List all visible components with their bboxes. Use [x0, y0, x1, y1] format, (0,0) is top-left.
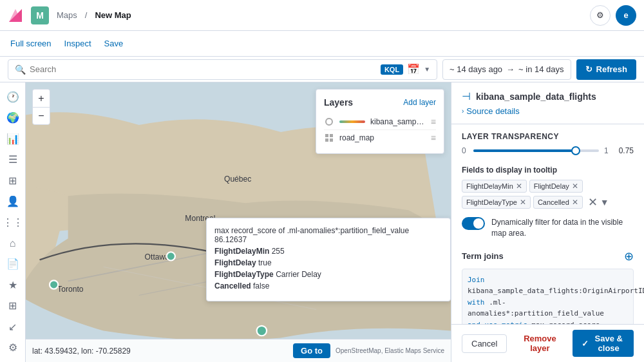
transparency-min: 0 — [462, 146, 468, 155]
search-input[interactable] — [30, 64, 377, 74]
dynamic-filter-toggle[interactable] — [462, 217, 485, 230]
nav-maps[interactable]: Maps — [57, 10, 77, 20]
field-tag-remove-2[interactable]: ✕ — [520, 198, 526, 207]
term-joins-section: Term joins ⊕ Join kibana_sample_data_fli… — [462, 249, 634, 324]
sidebar-icon-settings[interactable]: ⚙ — [3, 339, 23, 357]
tooltip-row-0: FlightDelayMin 255 — [214, 247, 442, 256]
layers-header: Layers Add layer — [324, 97, 436, 108]
refresh-icon: ↻ — [585, 64, 592, 74]
join-keyword: Join — [468, 276, 485, 284]
zoom-in-button[interactable]: + — [32, 89, 50, 107]
inspect-link[interactable]: Inspect — [64, 39, 91, 48]
field-remove-all-icon[interactable]: ✕ — [588, 195, 598, 209]
gear-icon: ⚙ — [596, 10, 604, 20]
sidebar-icon-clock[interactable]: 🕐 — [3, 88, 23, 106]
time-ago-label: ~ 14 days ago — [450, 64, 502, 74]
sidebar-icon-grid[interactable]: ⊞ — [3, 297, 23, 315]
sidebar-icon-home[interactable]: ⌂ — [3, 234, 23, 252]
field-tag-2: FlightDelayType ✕ — [462, 196, 531, 209]
sidebar-icon-dots[interactable]: ⋮⋮ — [3, 213, 23, 231]
gear-button[interactable]: ⚙ — [590, 5, 611, 26]
right-panel: ⊣ kibana_sample_data_flights › Source de… — [451, 82, 644, 362]
goto-button[interactable]: Go to — [293, 343, 330, 358]
refresh-button[interactable]: ↻ Refresh — [576, 59, 636, 80]
second-bar: Full screen Inspect Save — [0, 31, 644, 57]
osm-credit: OpenStreetMap, Elastic Maps Service — [336, 347, 444, 354]
panel-layer-icon: ⊣ — [462, 90, 471, 102]
zoom-out-button[interactable]: − — [32, 107, 50, 125]
slider-thumb[interactable] — [571, 146, 580, 155]
svg-point-14 — [50, 280, 58, 289]
map-area[interactable]: Québec Montreal Ottawa Toronto Boston + … — [26, 82, 451, 362]
layer-drag-handle-1[interactable]: ≡ — [431, 133, 436, 143]
field-expand-icon[interactable]: ▼ — [600, 197, 609, 207]
right-panel-header: ⊣ kibana_sample_data_flights › Source de… — [451, 82, 644, 124]
layer-drag-handle-0[interactable]: ≡ — [431, 117, 436, 127]
field-tag-1: FlightDelay ✕ — [529, 180, 583, 193]
calendar-icon[interactable]: 📅 — [407, 63, 420, 75]
top-bar-right: ⚙ e — [590, 5, 636, 26]
field-tag-remove-3[interactable]: ✕ — [572, 198, 578, 207]
add-layer-link[interactable]: Add layer — [403, 98, 436, 107]
time-range-display[interactable]: ~ 14 days ago → ~ in 14 days — [442, 59, 571, 80]
dynamic-filter-toggle-row: Dynamically filter for data in the visib… — [462, 217, 634, 239]
user-avatar[interactable]: e — [616, 5, 636, 26]
term-joins-header: Term joins ⊕ — [462, 249, 634, 263]
kibana-logo — [8, 8, 23, 23]
time-arrow: → — [506, 64, 515, 74]
layers-panel: Layers Add layer kibana_sample_data_f...… — [316, 89, 444, 154]
field-tag-remove-1[interactable]: ✕ — [572, 182, 578, 191]
right-panel-body: Layer transparency 0 1 0.75 Fields to di… — [451, 124, 644, 324]
layer-colorbar — [339, 120, 365, 123]
time-ahead-label: ~ in 14 days — [518, 64, 564, 74]
left-sidebar: 🕐 🌍 📊 ☰ ⊞ 👤 ⋮⋮ ⌂ 📄 ★ ⊞ ↙ ⚙ — [0, 82, 26, 362]
calendar-dropdown-icon[interactable]: ▼ — [424, 66, 430, 73]
layer-grid-icon — [324, 133, 334, 143]
sidebar-icon-chart[interactable]: 📊 — [3, 129, 23, 148]
search-icon: 🔍 — [15, 64, 26, 75]
main-content: 🕐 🌍 📊 ☰ ⊞ 👤 ⋮⋮ ⌂ 📄 ★ ⊞ ↙ ⚙ — [0, 82, 644, 362]
sidebar-icon-doc[interactable]: 📄 — [3, 255, 23, 273]
save-close-button[interactable]: ✓ Save & close — [573, 330, 634, 357]
sidebar-icon-globe[interactable]: 🌍 — [3, 108, 23, 126]
nav-new-map: New Map — [95, 10, 131, 20]
tooltip-fields-section: Fields to display in tooltip FlightDelay… — [462, 166, 634, 239]
layer-circle-icon — [324, 117, 334, 127]
search-bar: 🔍 KQL 📅 ▼ ~ 14 days ago → ~ in 14 days ↻… — [0, 57, 644, 82]
add-join-icon[interactable]: ⊕ — [624, 249, 634, 263]
save-link[interactable]: Save — [104, 39, 124, 48]
kql-badge[interactable]: KQL — [381, 64, 403, 75]
fullscreen-link[interactable]: Full screen — [10, 39, 52, 48]
search-input-wrap: 🔍 KQL 📅 ▼ — [8, 59, 437, 80]
sidebar-icon-list[interactable]: ☰ — [3, 150, 23, 168]
layer-item-0[interactable]: kibana_sample_data_f... ≡ — [324, 114, 436, 130]
sidebar-icon-star[interactable]: ★ — [3, 276, 23, 294]
map-controls: + − — [32, 89, 50, 125]
field-tag-0: FlightDelayMin ✕ — [462, 180, 527, 193]
svg-point-16 — [257, 326, 267, 336]
field-tag-remove-0[interactable]: ✕ — [516, 182, 522, 191]
transparency-slider[interactable] — [473, 149, 599, 152]
layer-name-0: kibana_sample_data_f... — [370, 117, 426, 126]
tooltip-title: max record_score of .ml-anomalies*:parti… — [214, 226, 442, 244]
source-details-link[interactable]: › Source details — [462, 102, 634, 116]
layers-title: Layers — [324, 97, 353, 108]
tooltip-fields-label: Fields to display in tooltip — [462, 166, 634, 175]
layer-item-1[interactable]: road_map ≡ — [324, 130, 436, 146]
sidebar-icon-layers[interactable]: ⊞ — [3, 171, 23, 189]
chevron-right-icon: › — [462, 108, 464, 115]
remove-layer-button[interactable]: Remove layer — [512, 330, 567, 357]
join-code-line3b: .ml-anomalies*:partition_field_value — [468, 298, 604, 318]
sidebar-icon-person[interactable]: 👤 — [3, 192, 23, 210]
bottom-action-bar: Cancel Remove layer ✓ Save & close — [451, 324, 644, 362]
fields-tags: FlightDelayMin ✕ FlightDelay ✕ FlightDel… — [462, 180, 634, 209]
join-code-block: Join kibana_sample_data_flights:OriginAi… — [462, 269, 634, 324]
tooltip-row-2: FlightDelayType Carrier Delay — [214, 270, 442, 279]
svg-text:Québec: Québec — [224, 175, 251, 184]
cancel-button[interactable]: Cancel — [462, 334, 507, 353]
transparency-max: 1 — [604, 146, 611, 155]
panel-layer-name: kibana_sample_data_flights — [476, 91, 596, 102]
coordinates-bar: lat: 43.59432, lon: -70.25829 Go to Open… — [26, 339, 451, 362]
field-tag-3: Cancelled ✕ — [533, 196, 583, 209]
sidebar-icon-arrow[interactable]: ↙ — [3, 318, 23, 336]
